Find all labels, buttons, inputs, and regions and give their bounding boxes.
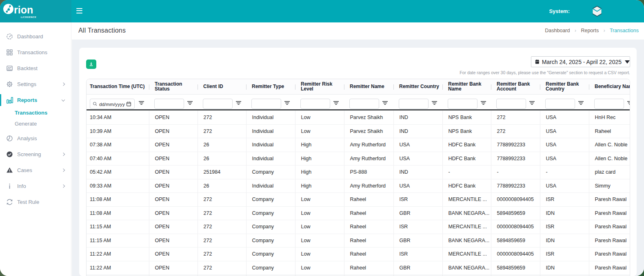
- svg-text:COGENCE: COGENCE: [23, 16, 36, 18]
- svg-text:by: by: [21, 16, 23, 18]
- svg-text:rion: rion: [14, 4, 33, 15]
